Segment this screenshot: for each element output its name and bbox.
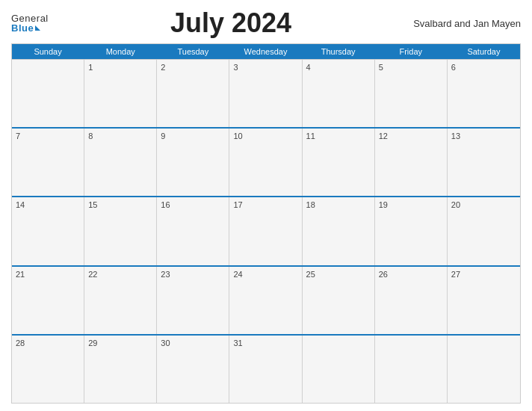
day-number: 30 [161,339,170,347]
day-cell: 31 [229,336,302,403]
day-cell [303,336,375,403]
day-header-monday: Monday [84,44,157,59]
day-number: 10 [233,132,242,140]
day-cell: 4 [303,60,375,127]
day-cell: 2 [157,60,229,127]
week-row-1: 78910111213 [12,127,520,196]
day-number: 21 [16,270,25,279]
day-cell: 16 [157,197,229,265]
day-cell: 7 [12,129,84,196]
day-number: 15 [88,200,97,209]
day-number: 9 [161,132,165,140]
day-number: 19 [379,200,388,209]
day-number: 29 [88,339,97,347]
day-number: 7 [16,132,20,140]
day-cell: 14 [12,197,84,265]
day-number: 18 [306,200,315,209]
day-cell: 30 [157,336,229,403]
calendar: SundayMondayTuesdayWednesdayThursdayFrid… [11,43,521,404]
day-number: 23 [161,270,170,279]
logo-blue-text: Blue [11,23,34,33]
day-header-tuesday: Tuesday [157,44,229,59]
day-number: 5 [379,63,383,72]
day-cell: 1 [84,60,157,127]
day-number: 31 [233,339,242,347]
day-cell: 13 [448,129,520,196]
days-header: SundayMondayTuesdayWednesdayThursdayFrid… [12,44,520,59]
day-number: 26 [379,270,388,279]
day-number: 8 [88,132,93,140]
day-cell: 21 [12,267,84,334]
day-number: 4 [306,63,311,72]
day-cell: 28 [12,336,84,403]
day-number: 2 [161,63,165,72]
day-cell: 18 [303,197,375,265]
day-number: 3 [233,63,238,72]
day-number: 20 [451,200,460,209]
weeks-container: 1234567891011121314151617181920212223242… [12,59,520,403]
day-cell: 10 [229,129,302,196]
day-header-sunday: Sunday [12,44,84,59]
day-cell [448,336,520,403]
logo: General Blue [11,13,49,33]
day-cell [12,60,84,127]
day-cell: 11 [303,129,375,196]
day-number: 12 [379,132,388,140]
day-number: 25 [306,270,315,279]
day-header-saturday: Saturday [448,44,520,59]
day-number: 17 [233,200,242,209]
day-number: 6 [451,63,456,72]
day-cell: 26 [375,267,448,334]
week-row-2: 14151617181920 [12,196,520,265]
page: General Blue July 2024 Svalbard and Jan … [0,0,532,411]
day-cell: 27 [448,267,520,334]
day-number: 24 [233,270,242,279]
day-number: 1 [88,63,93,72]
day-cell: 5 [375,60,448,127]
week-row-0: 123456 [12,59,520,127]
calendar-title: July 2024 [49,7,413,39]
logo-triangle-icon [35,25,40,31]
day-cell: 12 [375,129,448,196]
day-cell: 19 [375,197,448,265]
region-label: Svalbard and Jan Mayen [413,18,521,29]
day-cell: 24 [229,267,302,334]
day-header-wednesday: Wednesday [229,44,302,59]
day-number: 16 [161,200,170,209]
day-cell: 25 [303,267,375,334]
day-number: 27 [451,270,460,279]
day-cell: 3 [229,60,302,127]
day-number: 14 [16,200,25,209]
day-cell: 6 [448,60,520,127]
day-cell: 9 [157,129,229,196]
day-cell: 15 [84,197,157,265]
day-number: 22 [88,270,97,279]
day-cell: 20 [448,197,520,265]
day-cell: 23 [157,267,229,334]
day-number: 13 [451,132,460,140]
day-cell: 22 [84,267,157,334]
header: General Blue July 2024 Svalbard and Jan … [11,7,521,39]
day-header-thursday: Thursday [303,44,375,59]
week-row-4: 28293031 [12,334,520,403]
day-header-friday: Friday [375,44,448,59]
day-number: 28 [16,339,25,347]
day-cell: 8 [84,129,157,196]
logo-blue-row: Blue [11,23,40,33]
day-number: 11 [306,132,315,140]
week-row-3: 21222324252627 [12,265,520,334]
day-cell: 29 [84,336,157,403]
day-cell: 17 [229,197,302,265]
day-cell [375,336,448,403]
